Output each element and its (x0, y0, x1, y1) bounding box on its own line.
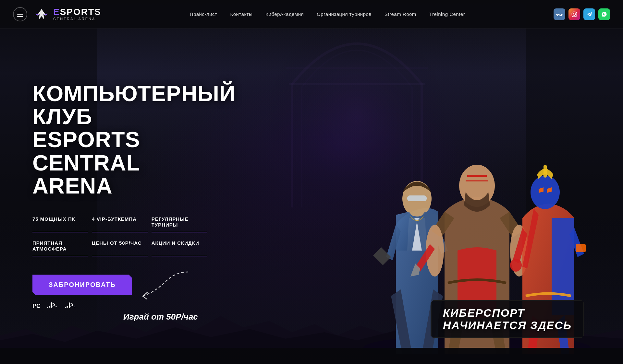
header: eSports Central Arena Прайс-лист Контакт… (0, 0, 623, 29)
platform-ps4-icon: 4 (47, 301, 59, 311)
svg-text:5: 5 (74, 305, 75, 308)
esports-badge: КИБЕРСПОРТ НАЧИНАЕТСЯ ЗДЕСЬ (431, 300, 584, 338)
platform-ps5-icon: 5 (65, 301, 77, 311)
feature-item-5: ЦЕНЫ ОТ 50Р/ЧАС (92, 236, 147, 256)
logo-text: eSports Central Arena (53, 7, 101, 21)
badge-text-line1: КИБЕРСПОРТ (443, 307, 572, 319)
svg-point-7 (573, 13, 576, 16)
nav-cyber-academy[interactable]: КиберАкадемия (265, 11, 304, 17)
main-navigation: Прайс-лист Контакты КиберАкадемия Органи… (101, 11, 554, 17)
burger-line-1 (17, 12, 23, 12)
hero-left-panel: КОМПЬЮТЕРНЫЙ КЛУБ ESPORTS CENTRAL ARENA … (0, 63, 243, 330)
dashed-arrow (123, 265, 195, 306)
svg-point-8 (575, 12, 576, 13)
header-left: eSports Central Arena (13, 6, 101, 22)
nav-price-list[interactable]: Прайс-лист (190, 11, 217, 17)
svg-text:4: 4 (55, 305, 57, 308)
feature-item-4: ПРИЯТНАЯ АТМОСФЕРА (32, 236, 88, 256)
logo-icon (34, 6, 49, 22)
social-whatsapp-button[interactable] (598, 8, 610, 20)
logo: eSports Central Arena (34, 6, 101, 22)
feature-item-3: РЕГУЛЯРНЫЕ ТУРНИРЫ (152, 212, 207, 232)
hero-title: КОМПЬЮТЕРНЫЙ КЛУБ ESPORTS CENTRAL ARENA (32, 82, 211, 198)
bottom-bar (0, 348, 623, 364)
menu-burger-button[interactable] (13, 7, 27, 21)
nav-contacts[interactable]: Контакты (230, 11, 252, 17)
hero-title-line2: ESPORTS CENTRAL ARENA (32, 127, 140, 198)
social-vk-button[interactable] (554, 8, 565, 20)
play-price-label: Играй от 50Р/час (123, 312, 198, 322)
social-telegram-button[interactable] (583, 8, 595, 20)
nav-stream-room[interactable]: Stream Room (385, 11, 416, 17)
feature-item-2: 4 VIP-БУТКЕМПА (92, 212, 147, 232)
hero-title-line1: КОМПЬЮТЕРНЫЙ КЛУБ (32, 81, 236, 129)
book-button[interactable]: ЗАБРОНИРОВАТЬ (32, 275, 132, 295)
burger-line-3 (17, 16, 23, 17)
burger-line-2 (17, 14, 23, 15)
logo-esports-text: eSports (53, 7, 101, 17)
nav-training-center[interactable]: Treining Center (429, 11, 465, 17)
badge-text-line2: НАЧИНАЕТСЯ ЗДЕСЬ (443, 319, 572, 331)
social-instagram-button[interactable] (568, 8, 580, 20)
feature-item-1: 75 МОЩНЫХ ПК (32, 212, 88, 232)
logo-subtitle: Central Arena (53, 17, 101, 21)
feature-item-6: АКЦИИ И СКИДКИ (152, 236, 207, 256)
platform-pc: PC (32, 303, 41, 310)
nav-tournaments[interactable]: Организация турниров (317, 11, 372, 17)
social-links (554, 8, 610, 20)
features-grid: 75 МОЩНЫХ ПК 4 VIP-БУТКЕМПА РЕГУЛЯРНЫЕ Т… (32, 210, 211, 258)
